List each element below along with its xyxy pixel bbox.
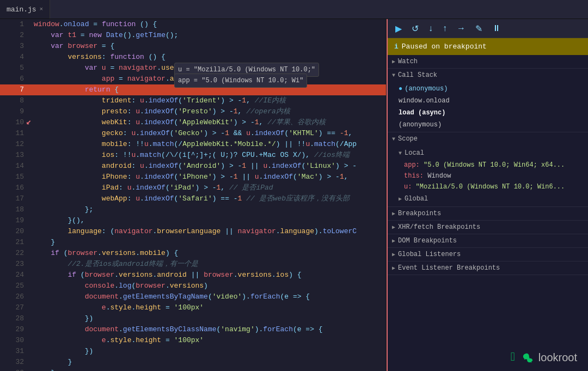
code-line-1: 1 window.onload = function () { <box>0 19 386 30</box>
breakpoints-chevron: ▶ <box>392 210 395 217</box>
code-line-25: 25 console.log(browser.versions) <box>0 281 386 291</box>
scope-this: this: Window <box>388 171 588 181</box>
bp-area-2 <box>0 30 8 41</box>
code-line-22: 22 if (browser.versions.mobile) { <box>0 248 386 259</box>
bp-area-27 <box>0 302 8 313</box>
call-stack-label: Call Stack <box>398 71 437 79</box>
code-line-24: 24 if (browser.versions.android || brows… <box>0 270 386 281</box>
bp-area-23 <box>0 259 8 270</box>
breakpoints-header[interactable]: ▶ Breakpoints <box>388 207 588 220</box>
bp-area-28 <box>0 313 8 324</box>
global-label: Global <box>405 195 428 203</box>
event-listener-label: Event Listener Breakpoints <box>398 264 500 272</box>
scope-header[interactable]: ▼ Scope <box>388 132 588 145</box>
code-line-14: 14 android: u.indexOf('Android') > -1 ||… <box>0 161 386 172</box>
paused-banner: i Paused on breakpoint <box>388 38 588 55</box>
step-into-button[interactable]: ↓ <box>426 22 435 34</box>
global-listeners-chevron: ▶ <box>392 251 395 258</box>
close-icon[interactable]: × <box>40 6 44 13</box>
code-line-31: 31 }) <box>0 346 386 357</box>
step-out-button[interactable]: ↑ <box>440 22 449 34</box>
global-listeners-header[interactable]: ▶ Global Listeners <box>388 248 588 261</box>
info-icon: i <box>394 42 399 51</box>
local-header[interactable]: ▼ Local <box>388 147 588 160</box>
code-line-33: 33 } <box>0 368 386 371</box>
code-line-9: 9 presto: u.indexOf('Presto') > -1, //op… <box>0 106 386 117</box>
pause-button[interactable]: ⏸ <box>490 22 503 34</box>
event-listener-section: ▶ Event Listener Breakpoints <box>388 261 588 275</box>
code-line-8: 8 trident: u.indexOf('Trident') > -1, //… <box>0 95 386 106</box>
scope-chevron: ▼ <box>392 136 395 142</box>
watch-label: Watch <box>398 58 418 65</box>
restart-button[interactable]: → <box>455 22 468 34</box>
code-line-19: 19 }(), <box>0 215 386 226</box>
xhr-breakpoints-header[interactable]: ▶ XHR/fetch Breakpoints <box>388 221 588 234</box>
bp-area-15 <box>0 172 8 183</box>
debug-toolbar: ▶ ↺ ↓ ↑ → ✎ ⏸ <box>388 19 588 38</box>
bp-area-26 <box>0 291 8 302</box>
call-stack-section: ▼ Call Stack ●(anonymous) window.onload … <box>388 69 588 132</box>
step-over-button[interactable]: ↺ <box>409 22 421 35</box>
code-line-4: 4 versions: function () { <box>0 52 386 63</box>
debug-sections: ▶ Watch ▼ Call Stack ●(anonymous) window… <box>388 55 588 344</box>
xhr-breakpoints-section: ▶ XHR/fetch Breakpoints <box>388 221 588 234</box>
bp-area-10 <box>0 117 8 128</box>
code-line-23: 23 //2.是否ios或android终端，有一个是 <box>0 259 386 270</box>
code-line-21: 21 } <box>0 237 386 248</box>
event-listener-header[interactable]: ▶ Event Listener Breakpoints <box>388 261 588 275</box>
local-label: Local <box>405 149 424 157</box>
continue-button[interactable]: ▶ <box>393 22 404 35</box>
scope-section: ▼ Scope ▼ Local app: "5.0 (Windows NT 10… <box>388 132 588 207</box>
bp-area-1 <box>0 19 8 30</box>
code-line-26: 26 document.getElementsByTagName('video'… <box>0 291 386 302</box>
watch-section: ▶ Watch <box>388 55 588 69</box>
code-lines: 1 window.onload = function () { 2 var t1… <box>0 19 386 371</box>
tab-bar: main.js × <box>0 0 588 19</box>
edit-button[interactable]: ✎ <box>473 22 485 35</box>
code-area: 1 window.onload = function () { 2 var t1… <box>0 19 386 371</box>
main-content: 1 window.onload = function () { 2 var t1… <box>0 19 588 371</box>
bp-area-16 <box>0 183 8 193</box>
bp-area-8 <box>0 95 8 106</box>
bp-area-14 <box>0 161 8 172</box>
call-stack-content: ●(anonymous) window.onload load (async) … <box>388 82 588 132</box>
code-line-6: 6 app = navigator.appVersion; app = "5.0… <box>0 74 386 84</box>
active-indicator: ● <box>399 85 402 93</box>
code-line-13: 13 ios: !!u.match(/\/(i[^;]+;( U;)? CPU.… <box>0 150 386 161</box>
scope-content: ▼ Local app: "5.0 (Windows NT 10.0; Win6… <box>388 145 588 206</box>
call-item-window-onload[interactable]: window.onload <box>388 95 588 107</box>
code-line-5: 5 var u = navigator.userAgent, u = "Mozi… <box>0 63 386 74</box>
watch-header[interactable]: ▶ Watch <box>388 55 588 68</box>
call-item-anonymous-1[interactable]: ●(anonymous) <box>388 83 588 95</box>
bp-area-24 <box>0 270 8 281</box>
code-line-15: 15 iPhone: u.indexOf('iPhone') > -1 || u… <box>0 172 386 183</box>
bp-area-5 <box>0 63 8 74</box>
tooltip-u: u = "Mozilla/5.0 (Windows NT 10.0;" <box>174 63 319 74</box>
code-line-2: 2 var t1 = new Date().getTime(); <box>0 30 386 41</box>
call-item-load-async[interactable]: load (async) <box>388 107 588 119</box>
bp-area-11 <box>0 128 8 139</box>
code-line-27: 27 e.style.height = '100px' <box>0 302 386 313</box>
bp-area-30 <box>0 335 8 346</box>
watch-chevron: ▶ <box>392 58 395 65</box>
main-js-tab[interactable]: main.js × <box>0 0 50 19</box>
bp-area-22 <box>0 248 8 259</box>
code-line-12: 12 mobile: !!u.match(/AppleWebKit.*Mobil… <box>0 139 386 150</box>
global-listeners-section: ▶ Global Listeners <box>388 248 588 261</box>
bp-area-7 <box>0 84 8 95</box>
global-listeners-label: Global Listeners <box>398 251 461 258</box>
bp-area-25 <box>0 281 8 291</box>
call-stack-header[interactable]: ▼ Call Stack <box>388 69 588 82</box>
bp-area-17 <box>0 193 8 204</box>
bp-area-29 <box>0 324 8 335</box>
call-item-anonymous-2[interactable]: (anonymous) <box>388 119 588 131</box>
code-line-32: 32 } <box>0 357 386 368</box>
dom-breakpoints-header[interactable]: ▶ DOM Breakpoints <box>388 234 588 247</box>
code-line-16: 16 iPad: u.indexOf('iPad') > -1, // 是否iP… <box>0 183 386 193</box>
global-header[interactable]: ▶ Global <box>388 192 588 205</box>
bp-area-6 <box>0 74 8 84</box>
code-line-18: 18 }; <box>0 204 386 215</box>
call-stack-chevron: ▼ <box>392 72 395 78</box>
editor-panel: 1 window.onload = function () { 2 var t1… <box>0 19 387 371</box>
scope-label: Scope <box>398 135 418 143</box>
